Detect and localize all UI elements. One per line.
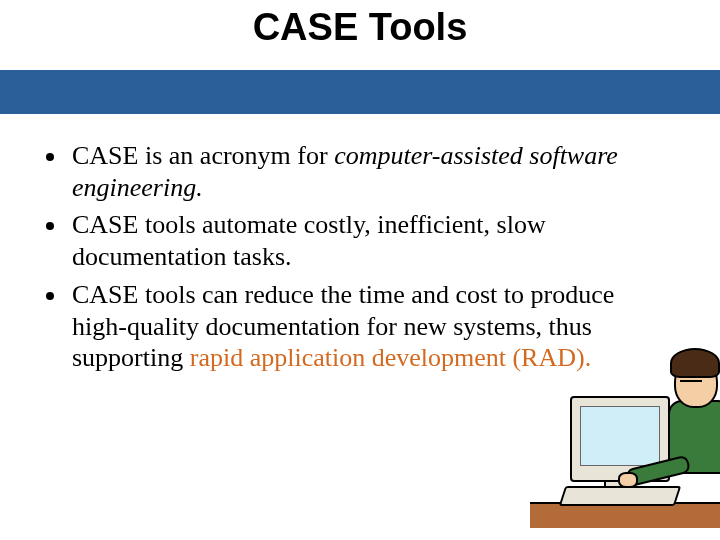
slide-title: CASE Tools — [0, 0, 720, 49]
person-hair-shape — [670, 348, 720, 378]
clipart-person-at-computer — [530, 333, 720, 528]
slide: CASE Tools CASE is an acronym for comput… — [0, 0, 720, 540]
glasses-shape — [680, 380, 702, 388]
accent-bar — [0, 70, 720, 114]
bullet-text: CASE tools automate costly, inefficient,… — [72, 210, 546, 271]
screen-shape — [580, 406, 660, 466]
bullet-item: CASE is an acronym for computer-assisted… — [68, 140, 628, 203]
person-hand-shape — [618, 472, 638, 488]
bullet-text: CASE is an acronym for — [72, 141, 334, 170]
keyboard-shape — [559, 486, 681, 506]
bullet-item: CASE tools automate costly, inefficient,… — [68, 209, 628, 272]
